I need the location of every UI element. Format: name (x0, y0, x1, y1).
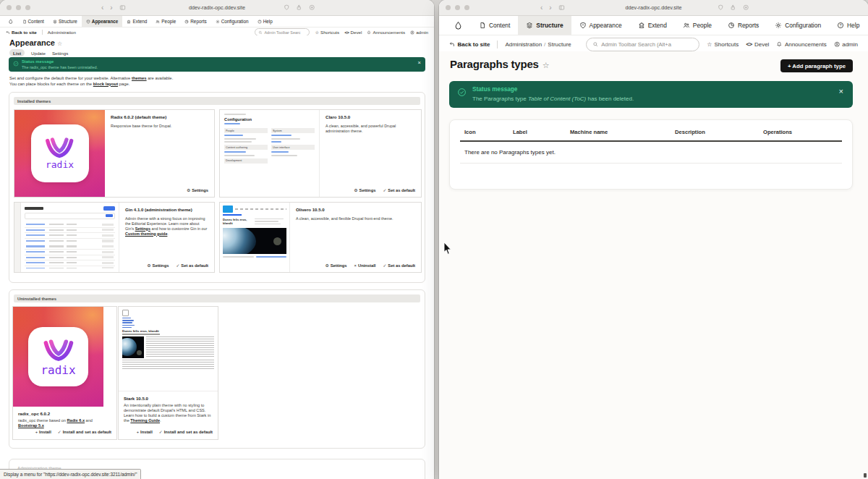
radix-6x-link[interactable]: Radix 6.x (67, 418, 85, 423)
nav-content[interactable]: Content (18, 16, 48, 27)
theming-guide-link[interactable]: Theming Guide (130, 418, 160, 423)
nav-appearance[interactable]: Appearance (82, 16, 123, 27)
traffic-lights (446, 5, 469, 10)
browser-titlebar: ‹ › ddev-radix-opc.ddev.site (439, 0, 868, 16)
status-message: Status message The radix_opc theme has b… (9, 57, 425, 72)
thumb-section-label: Content authoring (224, 145, 268, 150)
install-link[interactable]: +Install (137, 430, 153, 434)
install-default-link[interactable]: ✓Install and set as default (58, 430, 111, 434)
thumb-links (122, 318, 214, 328)
minimize-window-button[interactable] (455, 5, 460, 10)
tab-update[interactable]: Update (31, 51, 46, 56)
nav-help[interactable]: Help (253, 16, 277, 27)
close-window-button[interactable] (446, 5, 451, 10)
nav-structure[interactable]: Structure (48, 16, 82, 27)
nav-reports[interactable]: Reports (720, 16, 767, 35)
settings-link[interactable]: ⚙Settings (354, 188, 375, 192)
nav-extend[interactable]: Extend (122, 16, 151, 27)
privacy-shield-icon[interactable] (284, 4, 290, 11)
radix-opc-theme-screenshot: radix (13, 307, 103, 407)
nav-people[interactable]: People (151, 16, 180, 27)
set-default-link[interactable]: ✓Set as default (383, 188, 415, 192)
nav-content[interactable]: Content (471, 16, 518, 35)
plus-icon: + (137, 430, 139, 434)
thumb-button (103, 206, 115, 211)
add-paragraph-type-button[interactable]: + Add paragraph type (780, 59, 853, 72)
breadcrumb-structure[interactable]: Structure (548, 41, 571, 48)
nav-people[interactable]: People (675, 16, 720, 35)
devel-link[interactable]: <>Devel (344, 30, 362, 35)
share-icon[interactable] (296, 4, 302, 11)
close-window-button[interactable] (7, 5, 12, 10)
uninstalled-themes-section: Uninstalled themes radix radix_opc 6.0.2… (9, 289, 425, 449)
theme-description: Admin theme with a strong focus on impro… (125, 216, 208, 237)
set-default-link[interactable]: ✓Set as default (176, 263, 208, 268)
gin-settings-link[interactable]: Settings (135, 226, 150, 231)
devel-icon: <> (344, 30, 349, 35)
favorite-star-icon[interactable]: ☆ (542, 61, 550, 69)
set-default-link[interactable]: ✓Set as default (383, 263, 415, 268)
breadcrumb-administration[interactable]: Administration (505, 41, 542, 48)
themes-link[interactable]: themes (132, 76, 147, 80)
block-layout-link[interactable]: block layout (93, 82, 118, 86)
privacy-shield-icon[interactable] (718, 4, 724, 11)
screen-artifact (864, 473, 867, 478)
new-tab-icon[interactable] (309, 4, 315, 11)
address-bar[interactable]: ddev-radix-opc.ddev.site (65, 0, 369, 15)
nav-configuration[interactable]: Configuration (211, 16, 253, 27)
divider (497, 41, 498, 48)
intro-text: Set and configure the default theme for … (9, 76, 173, 87)
favorite-star-icon[interactable]: ☆ (57, 41, 62, 47)
admin-search-input[interactable]: Admin Toolbar Search (Alt+a (586, 38, 700, 51)
traffic-lights (7, 5, 30, 10)
settings-link[interactable]: ⚙Settings (187, 188, 208, 192)
drupal-logo-icon[interactable] (446, 16, 471, 35)
bootstrap-5x-link[interactable]: Bootstrap 5.x (18, 423, 44, 428)
bell-icon (776, 41, 783, 48)
thumb-section-label: People (224, 128, 268, 133)
user-icon (834, 41, 841, 48)
shortcuts-link[interactable]: ☆Shortcuts (707, 41, 739, 48)
breadcrumb[interactable]: Administration (48, 30, 76, 35)
new-tab-icon[interactable] (743, 4, 749, 11)
announcements-link[interactable]: Announcements (367, 30, 405, 35)
nav-configuration[interactable]: Configuration (767, 16, 829, 35)
minimize-window-button[interactable] (16, 5, 21, 10)
check-icon: ✓ (176, 263, 179, 268)
install-default-link[interactable]: ✓Install and set as default (159, 430, 213, 434)
nav-help[interactable]: Help (829, 16, 867, 35)
user-menu[interactable]: admin (410, 30, 428, 35)
nav-appearance[interactable]: Appearance (571, 16, 630, 35)
share-icon[interactable] (730, 4, 736, 11)
search-icon (258, 30, 263, 35)
divider (42, 30, 43, 35)
drupal-logo-icon[interactable] (4, 16, 18, 27)
close-icon[interactable]: × (418, 60, 421, 66)
tab-settings[interactable]: Settings (52, 51, 68, 56)
announcements-link[interactable]: Announcements (776, 41, 826, 48)
install-link[interactable]: +Install (35, 430, 51, 434)
theme-card-radix-opc: radix radix_opc 6.0.2 radix_opc theme ba… (12, 306, 117, 440)
address-bar[interactable]: ddev-radix-opc.ddev.site (504, 0, 803, 15)
back-to-site-link[interactable]: Back to site (449, 41, 490, 48)
zoom-window-button[interactable] (25, 5, 30, 10)
back-to-site-icon (6, 30, 10, 35)
devel-link[interactable]: <>Devel (746, 41, 769, 48)
check-icon: ✓ (383, 188, 386, 192)
user-menu[interactable]: admin (834, 41, 858, 48)
col-icon: Icon (464, 129, 513, 135)
zoom-window-button[interactable] (464, 5, 469, 10)
nav-reports[interactable]: Reports (180, 16, 210, 27)
settings-link[interactable]: ⚙Settings (147, 263, 169, 268)
settings-link[interactable]: ⚙Settings (325, 263, 346, 268)
nav-structure[interactable]: Structure (518, 16, 571, 35)
custom-theming-guide-link[interactable]: Custom theming guide (125, 232, 167, 236)
back-to-site-link[interactable]: Back to site (6, 30, 37, 35)
olivero-theme-screenshot: Donec felis eros, blandit (220, 203, 290, 272)
tab-list[interactable]: List (9, 49, 25, 56)
shortcuts-link[interactable]: ☆Shortcuts (315, 30, 339, 35)
theme-description: A clean, accessible, and powerful Drupal… (326, 124, 415, 134)
uninstall-link[interactable]: ×Uninstall (354, 263, 376, 268)
nav-extend[interactable]: Extend (630, 16, 675, 35)
close-icon[interactable]: × (839, 88, 843, 96)
